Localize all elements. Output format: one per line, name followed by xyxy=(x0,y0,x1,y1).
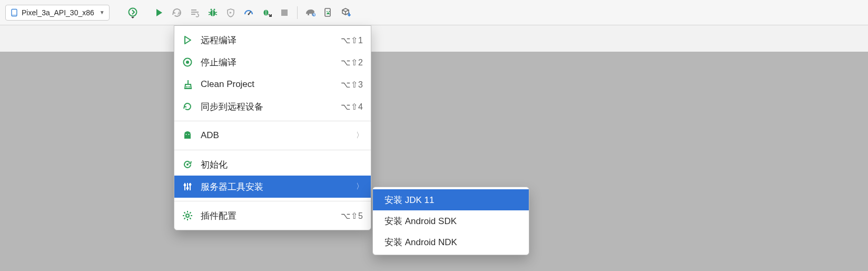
svg-line-47 xyxy=(190,218,191,219)
svg-point-2 xyxy=(129,8,136,16)
menu-item-server-tools-install[interactable]: 服务器工具安装 〉 xyxy=(174,176,371,198)
submenu-server-tools: 安装 JDK 11 安装 Android SDK 安装 Android NDK xyxy=(372,187,529,255)
svg-rect-19 xyxy=(281,9,288,16)
sliders-icon xyxy=(182,181,193,192)
svg-line-10 xyxy=(215,12,217,13)
run-button[interactable] xyxy=(152,5,166,20)
sdk-manager-button[interactable] xyxy=(339,5,353,20)
svg-line-11 xyxy=(209,14,210,15)
apply-code-changes-button[interactable] xyxy=(188,5,202,20)
menu-item-stop-compile[interactable]: 停止编译 ⌥⇧2 xyxy=(174,51,371,73)
device-manager-icon xyxy=(323,7,333,18)
svg-line-49 xyxy=(190,212,191,214)
attach-debugger-button[interactable] xyxy=(259,5,274,20)
svg-point-16 xyxy=(248,13,249,15)
svg-point-40 xyxy=(189,183,191,186)
refresh-icon xyxy=(182,159,193,170)
menu-item-sync-remote[interactable]: 同步到远程设备 ⌥⇧4 xyxy=(174,95,371,118)
svg-rect-21 xyxy=(325,8,330,16)
menu-item-label: 插件配置 xyxy=(201,210,333,222)
menu-separator xyxy=(174,201,371,201)
menu-item-label: ADB xyxy=(201,130,349,141)
svg-point-39 xyxy=(186,187,189,189)
stop-circle-icon xyxy=(182,56,193,68)
svg-point-38 xyxy=(184,184,186,186)
play-icon xyxy=(154,8,164,17)
speedometer-icon xyxy=(243,7,254,18)
submenu-item-install-android-sdk[interactable]: 安装 Android SDK xyxy=(373,210,529,231)
chevron-right-icon: 〉 xyxy=(356,131,363,140)
menu-item-label: 同步到远程设备 xyxy=(201,101,333,113)
device-selector[interactable]: Pixel_3a_API_30_x86 ▼ xyxy=(5,5,110,21)
svg-rect-4 xyxy=(191,9,196,11)
menu-separator xyxy=(174,150,371,150)
menu-item-label: 服务器工具安装 xyxy=(201,181,349,193)
chevron-right-icon: 〉 xyxy=(356,182,363,191)
apply-changes-icon: A xyxy=(172,7,182,18)
gear-icon xyxy=(182,210,193,221)
menu-item-shortcut: ⌥⇧5 xyxy=(341,211,363,221)
svg-line-9 xyxy=(209,12,210,13)
svg-point-22 xyxy=(327,11,328,12)
android-icon xyxy=(182,130,193,141)
dropdown-menu: 远程编译 ⌥⇧1 停止编译 ⌥⇧2 Clean Project ⌥⇧3 同步到远… xyxy=(174,25,371,230)
submenu-item-install-jdk[interactable]: 安装 JDK 11 xyxy=(373,189,529,210)
svg-point-14 xyxy=(213,8,215,10)
svg-point-30 xyxy=(186,134,187,135)
menu-item-adb[interactable]: ADB 〉 xyxy=(174,124,371,147)
debug-button[interactable] xyxy=(205,5,220,20)
run-coverage-button[interactable] xyxy=(223,5,238,20)
toolbar-separator xyxy=(297,6,298,19)
sync-project-button[interactable] xyxy=(125,5,140,20)
menu-item-plugin-config[interactable]: 插件配置 ⌥⇧5 xyxy=(174,205,371,227)
svg-rect-6 xyxy=(191,14,195,15)
svg-rect-1 xyxy=(12,14,17,16)
sync-icon xyxy=(182,101,193,112)
bug-arrow-icon xyxy=(261,7,272,18)
svg-point-13 xyxy=(210,8,212,10)
coverage-icon xyxy=(225,7,236,18)
apply-code-icon xyxy=(190,7,200,18)
profiler-button[interactable] xyxy=(241,5,256,20)
bug-icon xyxy=(208,7,218,18)
svg-line-48 xyxy=(184,218,185,219)
device-icon xyxy=(10,8,18,17)
svg-point-34 xyxy=(186,163,189,166)
menu-item-shortcut: ⌥⇧4 xyxy=(341,102,363,112)
apply-changes-button[interactable]: A xyxy=(170,5,184,20)
svg-line-46 xyxy=(184,212,185,214)
menu-item-label: 远程编译 xyxy=(201,34,333,46)
menu-item-shortcut: ⌥⇧2 xyxy=(341,57,363,67)
sync-circle-icon xyxy=(127,7,139,18)
sdk-download-icon xyxy=(340,7,352,18)
svg-text:A: A xyxy=(177,11,181,16)
menu-item-remote-compile[interactable]: 远程编译 ⌥⇧1 xyxy=(174,29,371,51)
menu-item-initialize[interactable]: 初始化 xyxy=(174,153,371,176)
broom-icon xyxy=(182,79,193,90)
submenu-item-label: 安装 Android NDK xyxy=(384,236,521,248)
menu-item-label: Clean Project xyxy=(201,79,333,90)
avd-manager-button[interactable] xyxy=(321,5,336,20)
svg-point-25 xyxy=(186,61,189,64)
elephant-icon xyxy=(304,7,316,18)
svg-rect-5 xyxy=(191,12,199,13)
gradle-elephant-button[interactable] xyxy=(303,5,318,20)
stop-icon xyxy=(280,8,289,17)
menu-item-shortcut: ⌥⇧3 xyxy=(341,80,363,90)
menu-separator xyxy=(174,121,371,121)
submenu-item-label: 安装 Android SDK xyxy=(384,215,521,227)
sub-toolbar-area xyxy=(0,25,868,52)
menu-item-label: 停止编译 xyxy=(201,56,333,69)
svg-point-41 xyxy=(186,214,189,217)
menu-item-shortcut: ⌥⇧1 xyxy=(341,35,363,45)
stop-button[interactable] xyxy=(277,5,292,20)
svg-point-31 xyxy=(189,134,190,135)
menu-item-clean-project[interactable]: Clean Project ⌥⇧3 xyxy=(174,73,371,95)
main-toolbar: Pixel_3a_API_30_x86 ▼ A xyxy=(0,0,868,25)
play-outline-icon xyxy=(182,34,193,46)
svg-point-23 xyxy=(329,11,330,12)
device-selector-label: Pixel_3a_API_30_x86 xyxy=(22,8,94,17)
chevron-down-icon: ▼ xyxy=(100,9,105,15)
submenu-item-install-android-ndk[interactable]: 安装 Android NDK xyxy=(373,231,529,253)
menu-item-label: 初始化 xyxy=(201,159,363,171)
